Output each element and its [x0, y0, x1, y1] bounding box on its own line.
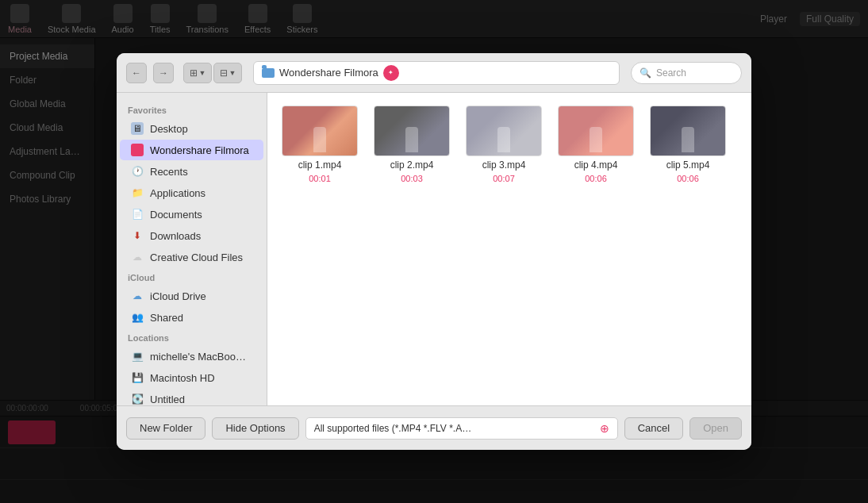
- file-type-dropdown-icon: ⊕: [600, 422, 609, 435]
- icloud-drive-icon: ☁: [131, 290, 144, 302]
- clip3-name: clip 3.mp4: [482, 159, 526, 171]
- file-sidebar: Favorites 🖥 Desktop Wondershare Filmora …: [117, 93, 267, 405]
- clip2-duration: 00:03: [401, 174, 423, 183]
- applications-icon: 📁: [131, 186, 144, 199]
- sidebar-item-applications[interactable]: 📁 Applications: [120, 182, 263, 203]
- recents-icon: 🕐: [131, 165, 144, 178]
- clip3-duration: 00:07: [493, 174, 515, 183]
- clip5-name: clip 5.mp4: [666, 159, 710, 171]
- clip4-duration: 00:06: [585, 174, 607, 183]
- nav-back-button[interactable]: ←: [126, 63, 147, 83]
- clip2-thumbnail: [374, 106, 450, 156]
- file-item-clip4[interactable]: clip 4.mp4 00:06: [556, 106, 636, 183]
- macbook-icon: 💻: [131, 350, 144, 363]
- sidebar-item-macintosh[interactable]: 💾 Macintosh HD: [120, 367, 263, 388]
- sidebar-item-documents[interactable]: 📄 Documents: [120, 204, 263, 225]
- untitled-drive-icon: 💽: [131, 393, 144, 405]
- sidebar-item-filmora[interactable]: Wondershare Filmora: [120, 140, 263, 160]
- sidebar-item-icloud-drive[interactable]: ☁ iCloud Drive: [120, 286, 263, 306]
- cancel-button[interactable]: Cancel: [624, 417, 683, 440]
- dialog-body: Favorites 🖥 Desktop Wondershare Filmora …: [117, 93, 751, 405]
- search-box[interactable]: 🔍 Search: [631, 62, 742, 84]
- locations-section-label: Locations: [117, 328, 267, 345]
- clip1-name: clip 1.mp4: [298, 159, 342, 171]
- filmora-badge-icon: [383, 65, 399, 81]
- file-item-clip2[interactable]: clip 2.mp4 00:03: [372, 106, 451, 183]
- clip1-duration: 00:01: [309, 174, 331, 183]
- file-item-clip3[interactable]: clip 3.mp4 00:07: [464, 106, 543, 183]
- sidebar-item-shared[interactable]: 👥 Shared: [120, 307, 263, 328]
- dialog-footer: New Folder Hide Options All supported fi…: [117, 405, 751, 450]
- documents-icon: 📄: [131, 208, 144, 221]
- new-folder-button[interactable]: New Folder: [126, 417, 205, 440]
- dialog-overlay: ← → ⊞▼ ⊟▼ Wondershare Filmora 🔍 Search: [0, 0, 868, 503]
- file-area: clip 1.mp4 00:01 clip 2.mp4 00:03 clip 3…: [267, 93, 751, 405]
- downloads-icon: ⬇: [131, 229, 144, 242]
- shared-icon: 👥: [131, 311, 144, 324]
- breadcrumb: Wondershare Filmora: [253, 61, 620, 85]
- sidebar-item-untitled[interactable]: 💽 Untitled: [120, 389, 263, 405]
- file-item-clip5[interactable]: clip 5.mp4 00:06: [648, 106, 728, 183]
- open-button[interactable]: Open: [689, 417, 742, 440]
- nav-forward-button[interactable]: →: [153, 63, 174, 83]
- macintosh-hd-icon: 💾: [131, 371, 144, 384]
- breadcrumb-text: Wondershare Filmora: [279, 67, 378, 79]
- view-btn-group: ⊞▼ ⊟▼: [183, 63, 242, 83]
- dialog-topbar: ← → ⊞▼ ⊟▼ Wondershare Filmora 🔍 Search: [117, 53, 751, 93]
- favorites-section-label: Favorites: [117, 101, 267, 117]
- sidebar-item-desktop[interactable]: 🖥 Desktop: [120, 118, 263, 139]
- folder-icon: [262, 68, 275, 78]
- clip5-thumbnail: [650, 106, 726, 156]
- clip4-name: clip 4.mp4: [574, 159, 618, 171]
- clip5-duration: 00:06: [677, 174, 699, 183]
- desktop-icon: 🖥: [131, 122, 144, 135]
- clip2-name: clip 2.mp4: [390, 159, 434, 171]
- view-grid-button[interactable]: ⊞▼: [183, 63, 212, 83]
- search-input[interactable]: Search: [656, 67, 686, 79]
- sidebar-item-downloads[interactable]: ⬇ Downloads: [120, 225, 263, 246]
- sidebar-item-macbook[interactable]: 💻 michelle's MacBoo…: [120, 346, 263, 367]
- file-dialog: ← → ⊞▼ ⊟▼ Wondershare Filmora 🔍 Search: [117, 53, 751, 450]
- view-list-button[interactable]: ⊟▼: [213, 63, 242, 83]
- icloud-section-label: iCloud: [117, 268, 267, 285]
- clip1-thumbnail: [282, 106, 358, 156]
- clip4-thumbnail: [558, 106, 634, 156]
- search-icon: 🔍: [639, 67, 651, 79]
- sidebar-item-creative-cloud[interactable]: ☁ Creative Cloud Files: [120, 247, 263, 267]
- file-type-selector[interactable]: All supported files (*.MP4 *.FLV *.A… ⊕: [305, 417, 618, 440]
- hide-options-button[interactable]: Hide Options: [212, 417, 298, 440]
- clip3-thumbnail: [466, 106, 542, 156]
- cloud-files-icon: ☁: [131, 251, 144, 263]
- sidebar-item-recents[interactable]: 🕐 Recents: [120, 161, 263, 182]
- filmora-icon: [131, 144, 144, 156]
- file-item-clip1[interactable]: clip 1.mp4 00:01: [280, 106, 359, 183]
